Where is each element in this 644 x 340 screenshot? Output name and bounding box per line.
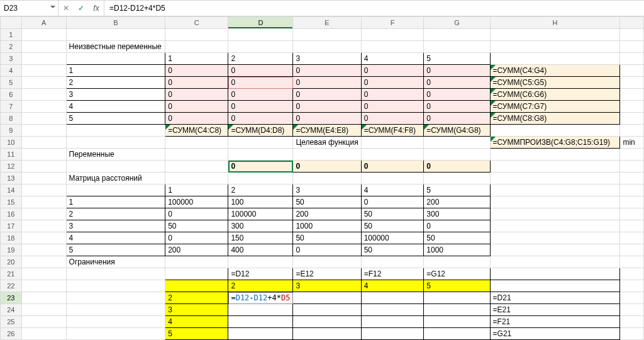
cell[interactable] <box>165 280 228 292</box>
cell[interactable]: 1 <box>66 65 165 77</box>
cell[interactable] <box>490 232 620 244</box>
cell[interactable] <box>165 41 228 53</box>
cell[interactable] <box>21 280 66 292</box>
cell[interactable] <box>228 256 293 268</box>
cell[interactable] <box>165 256 228 268</box>
insert-function-button[interactable]: fx <box>89 1 104 16</box>
cell[interactable] <box>424 328 490 340</box>
cell[interactable]: 0 <box>361 196 424 208</box>
cell[interactable] <box>21 53 66 65</box>
cell[interactable] <box>21 101 66 113</box>
cell[interactable] <box>228 304 293 316</box>
cell[interactable] <box>361 292 424 304</box>
cell[interactable]: =СУММ(C5:G5) <box>490 77 620 89</box>
cell[interactable] <box>490 256 620 268</box>
cell[interactable]: 0 <box>424 161 490 173</box>
cell[interactable]: 0 <box>165 232 228 244</box>
cell[interactable] <box>21 256 66 268</box>
cell[interactable]: 50 <box>361 208 424 220</box>
cell[interactable] <box>66 328 165 340</box>
cell[interactable]: min <box>620 137 644 149</box>
cell[interactable] <box>21 65 66 77</box>
cell[interactable]: 0 <box>293 244 361 256</box>
cell[interactable] <box>424 149 490 161</box>
cell[interactable] <box>620 256 644 268</box>
cell[interactable] <box>620 89 644 101</box>
cell[interactable] <box>21 328 66 340</box>
cell[interactable] <box>21 89 66 101</box>
cell[interactable] <box>293 29 361 41</box>
cell[interactable] <box>66 280 165 292</box>
cell[interactable]: 0 <box>293 101 361 113</box>
row-header[interactable]: 16 <box>1 208 22 220</box>
row-header[interactable]: 10 <box>1 137 22 149</box>
row-header[interactable]: 21 <box>1 268 22 280</box>
cell[interactable] <box>228 149 293 161</box>
cell[interactable] <box>424 316 490 328</box>
row-header[interactable]: 20 <box>1 256 22 268</box>
cell[interactable] <box>490 208 620 220</box>
col-header-H[interactable]: H <box>490 17 620 29</box>
cell[interactable]: 0 <box>293 113 361 125</box>
cell[interactable] <box>21 292 66 304</box>
cell[interactable] <box>21 244 66 256</box>
cell[interactable] <box>21 232 66 244</box>
cell[interactable] <box>66 268 165 280</box>
col-header-D[interactable]: D <box>228 17 293 29</box>
cell[interactable]: 5 <box>424 280 490 292</box>
cell[interactable] <box>424 173 490 184</box>
cell[interactable]: 0 <box>293 161 361 173</box>
cell[interactable]: 0 <box>424 101 490 113</box>
cell[interactable]: 1 <box>165 184 228 196</box>
cell[interactable]: =E21 <box>490 304 620 316</box>
formula-input[interactable]: =D12-D12+4*D5 <box>104 1 644 16</box>
cell[interactable] <box>620 304 644 316</box>
cell[interactable]: 4 <box>66 232 165 244</box>
cell[interactable] <box>620 113 644 125</box>
cell[interactable]: 0 <box>228 89 293 101</box>
select-all-corner[interactable] <box>1 17 22 29</box>
cell[interactable]: 3 <box>293 280 361 292</box>
cell[interactable] <box>490 41 620 53</box>
cell[interactable] <box>490 280 620 292</box>
cell[interactable] <box>361 149 424 161</box>
cell-ref-highlight[interactable]: 0 <box>228 161 293 173</box>
cell[interactable]: 2 <box>228 280 293 292</box>
cell[interactable] <box>424 304 490 316</box>
cell[interactable]: 2 <box>66 208 165 220</box>
cell[interactable] <box>165 137 228 149</box>
cell[interactable]: 50 <box>361 220 424 232</box>
cell[interactable]: =СУММ(C7:G7) <box>490 101 620 113</box>
cell[interactable] <box>490 196 620 208</box>
cell[interactable]: 5 <box>66 113 165 125</box>
cell[interactable]: 300 <box>424 208 490 220</box>
cell[interactable] <box>293 256 361 268</box>
cell[interactable]: 1000 <box>293 220 361 232</box>
cell[interactable] <box>21 161 66 173</box>
grid[interactable]: A B C D E F G H 1 2Неизвестные переменны… <box>0 16 644 340</box>
cell[interactable]: 0 <box>228 101 293 113</box>
cell[interactable]: 0 <box>165 101 228 113</box>
cell[interactable] <box>21 196 66 208</box>
cell[interactable]: 0 <box>361 77 424 89</box>
cell[interactable] <box>620 53 644 65</box>
cell[interactable]: =E12 <box>293 268 361 280</box>
cell[interactable]: 0 <box>293 77 361 89</box>
cell[interactable] <box>21 208 66 220</box>
row-header[interactable]: 11 <box>1 149 22 161</box>
cell[interactable] <box>66 316 165 328</box>
cell[interactable] <box>165 173 228 184</box>
cell[interactable]: 4 <box>165 316 228 328</box>
cell[interactable] <box>21 41 66 53</box>
cell[interactable] <box>620 244 644 256</box>
cell[interactable]: =СУММ(E4:E8) <box>293 125 361 137</box>
cell[interactable]: Целевая функция <box>293 137 361 149</box>
cell[interactable] <box>620 77 644 89</box>
cell[interactable] <box>361 29 424 41</box>
cell[interactable]: 50 <box>293 196 361 208</box>
cell[interactable]: 3 <box>293 53 361 65</box>
cell[interactable] <box>228 328 293 340</box>
cell[interactable] <box>228 173 293 184</box>
cell[interactable] <box>66 292 165 304</box>
cell[interactable] <box>424 29 490 41</box>
